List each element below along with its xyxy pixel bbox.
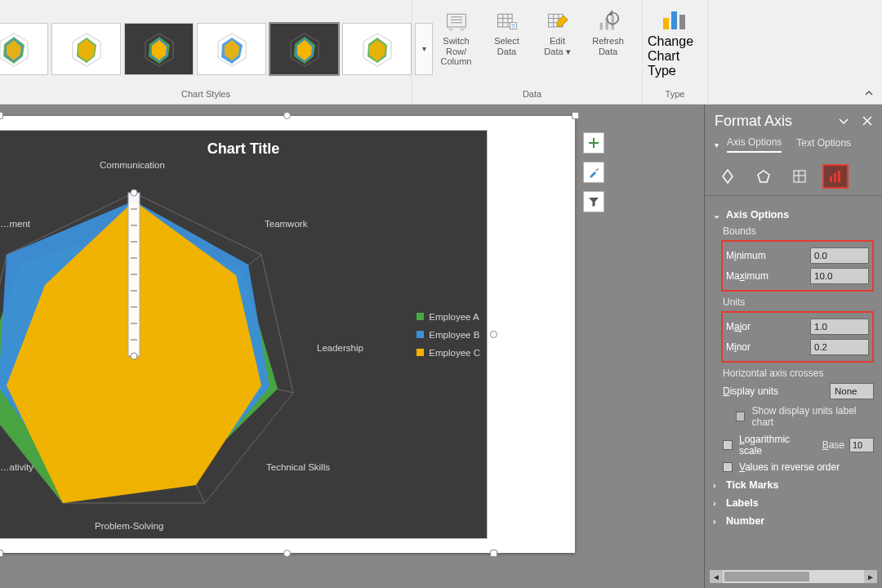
legend-item: Employee C: [416, 348, 480, 358]
display-units-dropdown[interactable]: None: [830, 383, 874, 399]
chart-style-thumb-2[interactable]: [51, 23, 121, 75]
radar-thumb-icon: [135, 30, 184, 68]
select-data-button[interactable]: Select Data: [483, 7, 532, 60]
label-show-units: Show display units label chart: [751, 405, 874, 429]
chart-plot-area[interactable]: Chart Title: [0, 131, 487, 538]
category-label: …ment: [0, 219, 30, 229]
chart-style-gallery: ▾: [0, 3, 433, 89]
axis-options-icon[interactable]: [822, 164, 849, 189]
pane-tab-row: ▾ Axis Options Text Options: [705, 136, 882, 158]
resize-handle[interactable]: [490, 331, 497, 338]
chart-container[interactable]: Chart Title: [0, 116, 575, 553]
category-label: Leadership: [317, 343, 363, 353]
format-axis-pane: Format Axis ▾ Axis Options Text Options …: [704, 105, 882, 588]
refresh-data-button[interactable]: Refresh Data: [584, 7, 633, 60]
radar-thumb-icon: [207, 30, 256, 68]
chart-style-thumb-4[interactable]: [197, 23, 266, 75]
category-label: Problem-Solving: [95, 521, 163, 531]
select-data-icon: [495, 10, 519, 33]
resize-handle[interactable]: [490, 550, 497, 557]
svg-rect-25: [599, 23, 603, 30]
pane-dropdown-button[interactable]: [838, 116, 849, 127]
resize-handle[interactable]: [283, 550, 291, 557]
scroll-right-button[interactable]: ►: [864, 570, 877, 583]
close-icon: [862, 116, 872, 126]
svg-rect-23: [510, 23, 516, 29]
effects-icon[interactable]: [751, 164, 777, 189]
resize-handle[interactable]: [0, 112, 3, 119]
ribbon-group-label: Chart Styles: [181, 89, 230, 102]
label-log-scale: Logarithmicscale: [739, 434, 790, 457]
legend-swatch: [416, 313, 424, 320]
input-log-base[interactable]: [849, 438, 874, 452]
resize-handle[interactable]: [572, 112, 579, 119]
chevron-down-icon: [838, 116, 849, 127]
tab-text-options[interactable]: Text Options: [796, 137, 851, 152]
section-number[interactable]: ›Number: [713, 515, 874, 527]
chart-elements-button[interactable]: [583, 132, 604, 154]
subheader-units: Units: [723, 296, 874, 308]
bounds-group-highlighted: Minimum Maximum: [721, 240, 874, 292]
svg-rect-60: [834, 173, 836, 182]
radar-thumb-icon: [0, 30, 38, 68]
label-values-reverse: Values in reverse order: [739, 461, 840, 473]
pane-horizontal-scrollbar[interactable]: ◄ ►: [710, 570, 877, 583]
edit-data-icon: [546, 10, 570, 33]
chart-style-thumb-6[interactable]: [342, 23, 412, 75]
pane-close-button[interactable]: [862, 116, 872, 127]
label-base: Base: [822, 439, 844, 451]
section-labels[interactable]: ›Labels: [713, 497, 874, 509]
input-minimum[interactable]: [810, 247, 869, 264]
input-maximum[interactable]: [810, 268, 869, 284]
chart-type-icon: [662, 7, 689, 31]
units-group-highlighted: Major Minor: [721, 311, 874, 363]
ribbon: ▾ Chart Styles Switch Row/ Column Select…: [0, 0, 882, 105]
input-minor[interactable]: [810, 339, 869, 355]
scroll-thumb[interactable]: [724, 572, 809, 581]
chart-legend[interactable]: Employee A Employee B Employee C: [416, 312, 480, 358]
size-properties-icon[interactable]: [786, 164, 813, 189]
scroll-left-button[interactable]: ◄: [710, 570, 723, 583]
radar-chart-svg: [0, 131, 487, 538]
pane-category-icons: [705, 158, 882, 196]
chart-style-thumb-5[interactable]: [270, 23, 339, 75]
chart-style-thumb-1[interactable]: [0, 23, 48, 75]
fill-line-icon[interactable]: [715, 164, 741, 189]
chart-style-thumb-3[interactable]: [124, 23, 194, 75]
svg-point-54: [131, 353, 137, 359]
category-label: Communication: [100, 160, 165, 170]
switch-row-column-button[interactable]: Switch Row/ Column: [432, 7, 481, 70]
svg-rect-30: [679, 15, 685, 29]
chevron-up-icon: [864, 88, 874, 98]
tab-axis-options[interactable]: Axis Options: [727, 136, 782, 153]
chart-filters-button[interactable]: [583, 191, 604, 212]
resize-handle[interactable]: [0, 550, 3, 557]
category-label: Technical Skills: [266, 462, 330, 472]
collapse-ribbon-button[interactable]: [861, 87, 877, 100]
refresh-icon: [596, 10, 621, 33]
section-axis-options[interactable]: ⌄Axis Options: [713, 209, 874, 220]
svg-rect-59: [830, 176, 832, 182]
chart-styles-button[interactable]: [583, 162, 604, 183]
scroll-track[interactable]: [723, 570, 864, 583]
svg-rect-21: [447, 14, 466, 27]
value-axis-selected[interactable]: [128, 189, 140, 359]
category-label: Teamwork: [265, 219, 307, 229]
radar-thumb-icon: [353, 30, 402, 68]
paintbrush-icon: [588, 167, 599, 178]
checkbox-values-reverse[interactable]: [723, 462, 733, 472]
checkbox-log-scale[interactable]: [723, 440, 733, 450]
pane-tab-menu[interactable]: ▾: [715, 140, 719, 149]
section-tick-marks[interactable]: ›Tick Marks: [713, 479, 874, 491]
edit-data-button[interactable]: Edit Data ▾: [533, 7, 582, 60]
legend-swatch: [416, 331, 424, 338]
checkbox-show-units-label[interactable]: [736, 412, 745, 421]
input-major[interactable]: [810, 318, 869, 335]
label-maximum: Maximum: [726, 270, 768, 282]
resize-handle[interactable]: [283, 112, 291, 119]
svg-rect-29: [671, 11, 677, 29]
ribbon-group-type: Change Chart Type Type: [643, 0, 708, 104]
label-minimum: Minimum: [726, 250, 766, 261]
pane-body: ⌄Axis Options Bounds Minimum Maximum Uni…: [705, 196, 882, 538]
change-chart-type-button[interactable]: Change Chart Type: [648, 3, 702, 89]
